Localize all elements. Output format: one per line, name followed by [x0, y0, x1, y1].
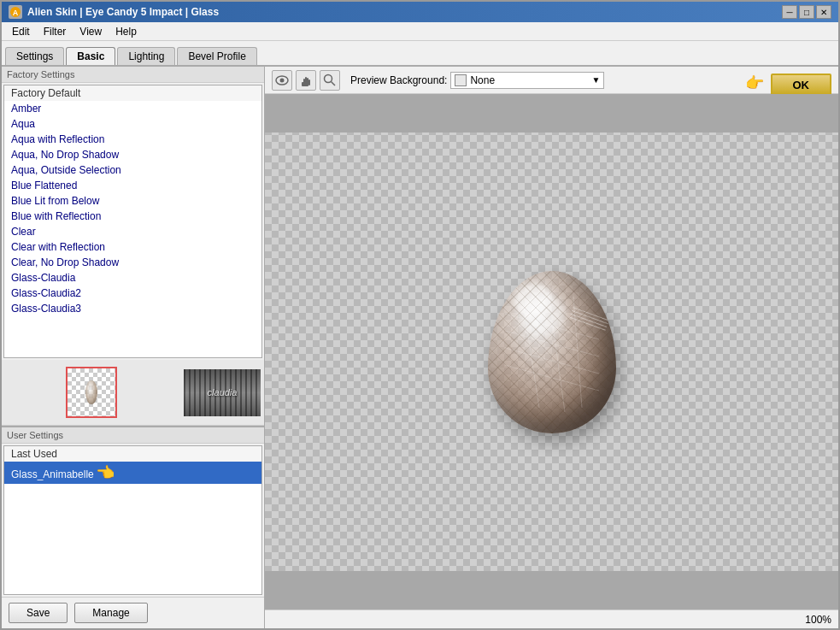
egg-facet-svg	[488, 271, 616, 433]
hand-tool-button[interactable]	[296, 70, 316, 91]
zoom-tool-button[interactable]	[320, 70, 340, 91]
glass-egg-preview	[488, 271, 616, 433]
zoom-level: 100%	[805, 614, 831, 626]
svg-line-17	[573, 297, 582, 408]
blue-flattened-item[interactable]: Blue Flattened	[4, 178, 261, 193]
aqua-no-drop-shadow-item[interactable]: Aqua, No Drop Shadow	[4, 147, 261, 162]
menu-view[interactable]: View	[73, 24, 109, 39]
aqua-outside-selection-item[interactable]: Aqua, Outside Selection	[4, 162, 261, 178]
factory-settings-section: Factory Settings Factory Default Amber A…	[2, 67, 264, 360]
factory-settings-list[interactable]: Factory Default Amber Aqua Aqua with Ref…	[3, 85, 262, 358]
svg-point-3	[280, 78, 285, 82]
eye-icon	[275, 75, 289, 85]
minimize-button[interactable]: ─	[782, 5, 797, 19]
close-button[interactable]: ✕	[816, 5, 831, 19]
preview-background-dropdown[interactable]: None ▼	[450, 72, 604, 89]
factory-default-item[interactable]: Factory Default	[4, 85, 261, 101]
preview-bg-option: None	[470, 74, 591, 86]
title-bar: A Alien Skin | Eye Candy 5 Impact | Glas…	[2, 2, 838, 22]
glass-claudia2-item[interactable]: Glass-Claudia2	[4, 286, 261, 301]
ok-button[interactable]: OK	[771, 74, 832, 97]
dropdown-arrow-icon: ▼	[591, 75, 600, 85]
clear-reflection-item[interactable]: Clear with Reflection	[4, 239, 261, 255]
user-settings-list[interactable]: Last Used Glass_Animabelle 👉	[3, 445, 262, 595]
aqua-reflection-item[interactable]: Aqua with Reflection	[4, 132, 261, 147]
window-controls: ─ □ ✕	[782, 5, 831, 19]
glass-claudia3-item[interactable]: Glass-Claudia3	[4, 301, 261, 316]
texture-preview-area: claudia	[2, 360, 264, 426]
clear-item[interactable]: Clear	[4, 224, 261, 239]
maximize-button[interactable]: □	[799, 5, 814, 19]
glass-animabelle-item[interactable]: Glass_Animabelle 👉	[4, 462, 261, 484]
right-panel: 👉 OK Cancel	[265, 67, 838, 628]
svg-line-11	[505, 314, 599, 339]
menu-filter[interactable]: Filter	[37, 24, 73, 39]
status-bar: 100%	[265, 609, 838, 628]
svg-line-12	[505, 331, 599, 356]
svg-line-16	[548, 288, 565, 412]
svg-point-9	[325, 74, 332, 82]
svg-line-15	[522, 297, 539, 408]
menu-help[interactable]: Help	[109, 24, 144, 39]
zoom-icon	[323, 74, 337, 87]
ref-line-2	[572, 310, 608, 324]
preview-background-label: Preview Background:	[350, 74, 447, 86]
save-manage-bar: Save Manage	[2, 597, 264, 628]
main-window: A Alien Skin | Eye Candy 5 Impact | Glas…	[0, 0, 840, 630]
tabs-bar: Settings Basic Lighting Bevel Profile	[2, 41, 838, 67]
clear-no-drop-shadow-item[interactable]: Clear, No Drop Shadow	[4, 255, 261, 270]
title-bar-left: A Alien Skin | Eye Candy 5 Impact | Glas…	[9, 5, 219, 19]
preview-bg-color-swatch	[455, 74, 467, 86]
ref-line-3	[571, 314, 608, 327]
ok-button-container: 👉 OK	[771, 74, 832, 97]
user-settings-section: User Settings Last Used Glass_Animabelle…	[2, 426, 264, 597]
thumbnail-inner	[68, 368, 115, 416]
manage-button[interactable]: Manage	[74, 603, 147, 623]
svg-line-14	[505, 365, 599, 391]
tab-lighting[interactable]: Lighting	[117, 47, 175, 65]
main-content: Factory Settings Factory Default Amber A…	[2, 67, 838, 628]
blue-reflection-item[interactable]: Blue with Reflection	[4, 209, 261, 224]
left-panel: Factory Settings Factory Default Amber A…	[2, 67, 265, 628]
window-title: Alien Skin | Eye Candy 5 Impact | Glass	[27, 6, 219, 18]
user-settings-header: User Settings	[2, 427, 264, 444]
egg-reflection-lines	[545, 307, 609, 397]
blue-lit-below-item[interactable]: Blue Lit from Below	[4, 193, 261, 209]
svg-rect-7	[308, 79, 310, 85]
aqua-item[interactable]: Aqua	[4, 116, 261, 132]
save-button[interactable]: Save	[9, 603, 68, 623]
glass-animabelle-label: Glass_Animabelle	[11, 468, 94, 480]
eye-tool-button[interactable]	[272, 70, 292, 91]
preview-area	[265, 94, 838, 609]
texture-container: claudia	[184, 369, 261, 416]
factory-settings-header: Factory Settings	[2, 67, 264, 83]
svg-rect-8	[302, 82, 308, 86]
menu-edit[interactable]: Edit	[5, 24, 37, 39]
ref-line-4	[569, 316, 606, 330]
menu-bar: Edit Filter View Help	[2, 22, 838, 41]
tab-basic[interactable]: Basic	[66, 47, 115, 65]
app-icon: A	[9, 5, 22, 19]
svg-text:A: A	[13, 9, 19, 17]
ok-hand-icon: 👉	[745, 74, 764, 92]
tab-settings[interactable]: Settings	[5, 47, 64, 65]
preview-top-stripe	[265, 94, 838, 132]
hand-pointer-icon: 👉	[97, 463, 115, 482]
texture-label: claudia	[208, 387, 238, 397]
preview-bottom-stripe	[265, 571, 838, 609]
preview-thumbnail	[66, 367, 117, 418]
svg-line-13	[505, 348, 599, 374]
tab-bevel-profile[interactable]: Bevel Profile	[177, 47, 256, 65]
thumbnail-oval	[85, 380, 97, 404]
last-used-header: Last Used	[4, 446, 261, 462]
hand-tool-icon	[300, 74, 312, 87]
svg-line-10	[332, 81, 336, 85]
glass-claudia-item[interactable]: Glass-Claudia	[4, 270, 261, 286]
amber-item[interactable]: Amber	[4, 101, 261, 116]
